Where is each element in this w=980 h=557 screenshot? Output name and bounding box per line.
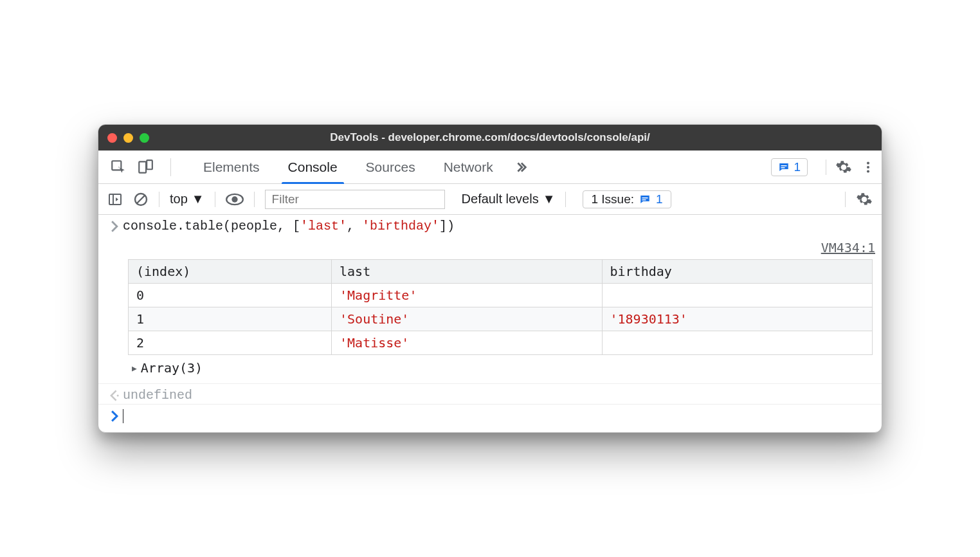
svg-point-5 [867, 161, 869, 164]
close-window-button[interactable] [107, 133, 117, 143]
tab-label: Network [444, 160, 493, 175]
array-summary[interactable]: ▶ Array(3) [119, 359, 882, 381]
divider [845, 192, 846, 207]
divider [159, 192, 159, 207]
svg-point-13 [231, 196, 237, 202]
cell-index: 0 [129, 284, 332, 307]
tab-label: Console [288, 160, 338, 175]
cell-last: 'Soutine' [332, 307, 602, 331]
col-index[interactable]: (index) [129, 260, 332, 284]
console-return-row: undefined [98, 384, 882, 405]
console-command-row: console.table(people, ['last', 'birthday… [98, 215, 882, 233]
svg-rect-1 [139, 161, 146, 172]
message-icon [778, 161, 790, 173]
cell-index: 1 [129, 307, 332, 331]
return-value: undefined [123, 388, 192, 403]
console-table: (index) last birthday 0 'Magritte' 1 'So… [128, 259, 873, 355]
chevron-down-icon: ▼ [543, 192, 556, 206]
device-toolbar-icon[interactable] [137, 159, 154, 176]
table-row: 1 'Soutine' '18930113' [129, 307, 873, 331]
clear-console-icon[interactable] [133, 192, 149, 207]
traffic-lights [107, 133, 149, 143]
svg-rect-4 [781, 167, 785, 169]
output-chevron-icon [106, 388, 123, 401]
log-levels-selector[interactable]: Default levels ▼ [462, 192, 556, 206]
divider [565, 192, 566, 207]
console-toolbar: top ▼ Default levels ▼ 1 Issue: 1 [98, 184, 882, 215]
more-tabs-icon[interactable] [514, 160, 528, 174]
issues-badge[interactable]: 1 Issue: 1 [583, 190, 671, 208]
svg-point-7 [867, 170, 869, 172]
command-text: console.table(people, ['last', 'birthday… [123, 219, 455, 233]
svg-line-11 [137, 196, 145, 203]
cell-last: 'Magritte' [332, 284, 602, 307]
inspect-element-icon[interactable] [110, 159, 127, 176]
tab-label: Sources [366, 160, 415, 175]
minimize-window-button[interactable] [123, 133, 133, 143]
tabbar: Elements Console Sources Network 1 [98, 151, 882, 184]
svg-rect-15 [642, 199, 646, 201]
cell-birthday [602, 331, 873, 355]
cell-last: 'Matisse' [332, 331, 602, 355]
svg-rect-3 [781, 165, 787, 167]
table-row: 2 'Matisse' [129, 331, 873, 355]
text-cursor [123, 409, 123, 423]
table-header-row: (index) last birthday [129, 260, 873, 284]
svg-rect-14 [642, 197, 648, 199]
cell-index: 2 [129, 331, 332, 355]
chevron-down-icon: ▼ [192, 192, 204, 206]
cell-birthday: '18930113' [602, 307, 873, 331]
tab-console[interactable]: Console [274, 151, 352, 183]
col-last[interactable]: last [332, 260, 602, 284]
cell-birthday [602, 284, 873, 307]
messages-badge[interactable]: 1 [771, 158, 808, 176]
tab-label: Elements [203, 160, 260, 175]
divider [254, 192, 255, 207]
titlebar: DevTools - developer.chrome.com/docs/dev… [98, 125, 882, 151]
issues-count: 1 [656, 192, 663, 206]
console-settings-icon[interactable] [856, 191, 873, 208]
svg-rect-8 [109, 194, 121, 205]
context-selector[interactable]: top ▼ [170, 192, 204, 206]
svg-rect-2 [147, 160, 152, 169]
divider [215, 192, 215, 207]
svg-point-16 [117, 394, 119, 396]
prompt-chevron-icon [106, 408, 123, 422]
col-birthday[interactable]: birthday [602, 260, 873, 284]
divider [826, 160, 826, 175]
disclosure-triangle-icon: ▶ [132, 363, 137, 373]
array-summary-text: Array(3) [141, 360, 203, 376]
message-icon [639, 194, 651, 205]
levels-label: Default levels [462, 192, 539, 206]
source-link[interactable]: VM434:1 [119, 240, 882, 255]
table-row: 0 'Magritte' [129, 284, 873, 307]
tab-sources[interactable]: Sources [352, 151, 430, 183]
messages-count: 1 [794, 160, 801, 174]
tab-network[interactable]: Network [430, 151, 507, 183]
console-prompt-row[interactable] [98, 405, 882, 432]
settings-icon[interactable] [835, 159, 852, 176]
tab-elements[interactable]: Elements [189, 151, 274, 183]
kebab-menu-icon[interactable] [861, 159, 875, 176]
issues-label: 1 Issue: [591, 192, 634, 206]
context-label: top [170, 192, 188, 206]
console-body: console.table(people, ['last', 'birthday… [98, 215, 882, 432]
toggle-sidebar-icon[interactable] [107, 192, 123, 207]
svg-point-6 [867, 165, 869, 168]
devtools-window: DevTools - developer.chrome.com/docs/dev… [98, 124, 882, 433]
live-expression-icon[interactable] [226, 192, 244, 206]
svg-rect-0 [112, 161, 121, 170]
input-chevron-icon [106, 219, 123, 232]
window-title: DevTools - developer.chrome.com/docs/dev… [98, 131, 882, 144]
filter-input[interactable] [265, 190, 445, 209]
fullscreen-window-button[interactable] [140, 133, 149, 143]
